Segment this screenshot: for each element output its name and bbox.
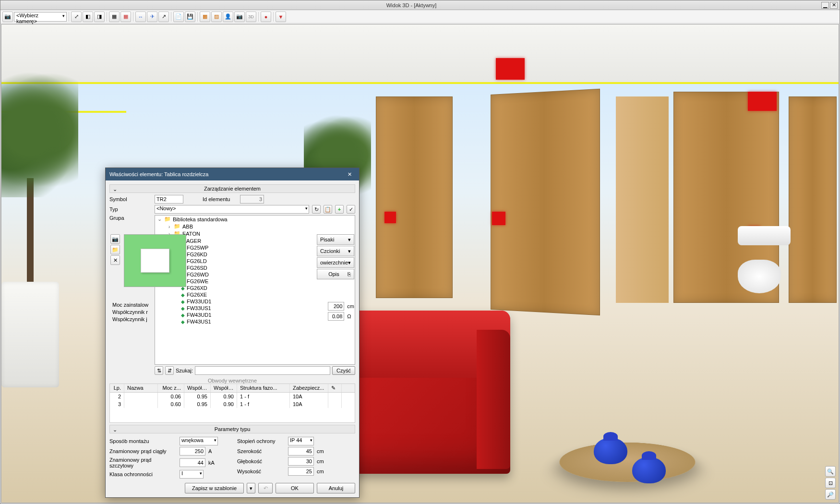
powierzchnie-button[interactable]: owierzchnie▾ [317, 257, 354, 268]
tb-btn-14[interactable]: 📷 [234, 12, 245, 22]
type-edit-button[interactable]: 📋 [324, 205, 332, 214]
table-row[interactable]: 2 0.06 0.95 0.90 1 - f 10A [110, 393, 355, 400]
col-lp[interactable]: Lp. [110, 384, 124, 392]
tree-item[interactable]: ◆FW33UD1 [155, 298, 355, 305]
separator [133, 12, 133, 22]
collapse-icon[interactable]: ⌄ [112, 186, 118, 192]
col-nazwa[interactable]: Nazwa [124, 384, 158, 392]
col-edit[interactable]: ✎ [328, 384, 342, 392]
tb-btn-3[interactable]: ◨ [94, 12, 105, 22]
gleb-input[interactable] [288, 457, 314, 466]
tree-item[interactable]: ◆FG26XE [155, 291, 355, 298]
ok-button[interactable]: OK [276, 483, 314, 493]
type-refresh-button[interactable]: ↻ [312, 205, 321, 214]
tb-btn-5[interactable]: ▦ [120, 12, 131, 22]
tree-folder-abb[interactable]: ›📁ABB [155, 223, 355, 230]
ohm-input[interactable] [328, 312, 344, 321]
section-manage-header[interactable]: ⌄ Zarządzanie elementem [109, 184, 355, 193]
tree-item-label: FG26XD [187, 285, 207, 291]
stopien-combo[interactable]: IP 44 [288, 437, 314, 445]
grid-header: Lp. Nazwa Moc z... Współc... Współc... S… [110, 384, 355, 393]
cancel-button[interactable]: Anuluj [317, 483, 355, 493]
tree-item-label: FG25WP [187, 245, 208, 251]
col-wsp2[interactable]: Współc... [211, 384, 237, 392]
prad-s-input[interactable] [180, 458, 205, 467]
circuits-grid: Lp. Nazwa Moc z... Współc... Współc... S… [109, 384, 355, 423]
section-params-header[interactable]: ⌄ Parametry typu [109, 425, 355, 433]
wys-input[interactable] [288, 467, 314, 476]
tb-btn-9[interactable]: 📄 [173, 12, 184, 22]
type-combo[interactable]: <Nowy> [155, 205, 309, 214]
sposob-combo[interactable]: wnękowa [180, 437, 218, 445]
tb-btn-15[interactable]: 3D [246, 12, 256, 22]
tree-filter-button-2[interactable]: ⇵ [165, 366, 174, 375]
zoom-fit-button[interactable]: ⊡ [825, 478, 836, 488]
undo-button[interactable]: ↶ [258, 483, 273, 493]
tree-item[interactable]: ◆FW43US1 [155, 318, 355, 325]
tree-item-label: FW43UD1 [187, 312, 211, 318]
separator [197, 12, 198, 22]
search-label: Szukaj: [176, 368, 193, 373]
tb-btn-17[interactable]: ▼ [276, 12, 286, 22]
type-check-button[interactable]: ✓ [347, 205, 355, 214]
col-wsp1[interactable]: Współc... [184, 384, 211, 392]
tree-root[interactable]: ⌄📁Biblioteka standardowa [155, 216, 355, 223]
unit: cm [317, 458, 324, 464]
tb-btn-1[interactable]: ⤢ [71, 12, 82, 22]
tree-item[interactable]: ◆FW43UD1 [155, 312, 355, 318]
tb-btn-11[interactable]: ▩ [200, 12, 210, 22]
side-folder-icon[interactable]: 📁 [110, 245, 120, 254]
symbol-input[interactable] [155, 195, 183, 204]
tree-item[interactable]: ◆FW33US1 [155, 305, 355, 312]
save-template-button[interactable]: Zapisz w szablonie [185, 483, 244, 493]
zoom-out-button[interactable]: 🔎 [825, 489, 836, 500]
opis-button[interactable]: Opis⎘ [317, 269, 354, 279]
element-preview [124, 234, 186, 287]
chair [1, 282, 59, 387]
table-row[interactable]: 3 0.60 0.95 0.90 1 - f 10A [110, 400, 355, 408]
tb-btn-13[interactable]: 👤 [223, 12, 233, 22]
tree-item-label: FW43US1 [187, 319, 211, 324]
tb-btn-7[interactable]: ✈ [147, 12, 157, 22]
col-struktura[interactable]: Struktura fazo... [237, 384, 290, 392]
clear-search-button[interactable]: Czyść [332, 366, 355, 375]
dialog-titlebar[interactable]: Właściwości elementu: Tablica rozdzielcz… [106, 168, 359, 180]
tb-btn-16[interactable]: ● [261, 12, 271, 22]
prad-c-input[interactable] [180, 447, 205, 456]
szer-input[interactable] [288, 447, 314, 456]
col-moc[interactable]: Moc z... [158, 384, 184, 392]
zoom-in-button[interactable]: 🔍 [825, 466, 836, 477]
collapse-icon[interactable]: ⌄ [112, 427, 118, 433]
tree-item-label: FG26KD [187, 252, 207, 257]
fire-alarm [496, 58, 525, 80]
tb-btn-12[interactable]: ▨ [211, 12, 222, 22]
tree-filter-button-1[interactable]: ⇅ [155, 366, 163, 375]
dropdown-icon: ▾ [348, 237, 351, 243]
type-add-button[interactable]: + [335, 205, 344, 214]
dialog-close-button[interactable]: ✕ [344, 169, 355, 179]
dialog-body: ⌄ Zarządzanie elementem Symbol Id elemen… [106, 180, 359, 497]
close-button[interactable]: ✕ [830, 2, 838, 9]
side-delete-icon[interactable]: ✕ [110, 255, 120, 265]
fire-alarm [748, 92, 777, 111]
tb-btn-8[interactable]: ↗ [158, 12, 169, 22]
col-zabezp[interactable]: Zabezpiecz... [290, 384, 328, 392]
pisaki-button[interactable]: Pisaki▾ [317, 234, 354, 245]
tb-btn-10[interactable]: 💾 [185, 12, 195, 22]
klasa-label: Klasa ochronności [109, 471, 177, 477]
tree-item-label: FG26WD [187, 272, 209, 277]
klasa-combo[interactable]: I [180, 470, 204, 479]
switch-red [384, 212, 396, 223]
tb-btn-6[interactable]: ↔ [135, 12, 146, 22]
search-input[interactable] [195, 366, 330, 375]
side-camera-icon[interactable]: 📷 [110, 234, 120, 244]
tb-btn-2[interactable]: ◧ [83, 12, 93, 22]
camera-select[interactable]: <Wybierz kamerę> [14, 12, 67, 22]
tb-camera-icon[interactable]: 📷 [2, 12, 13, 22]
minimize-button[interactable]: ▁ [821, 2, 829, 9]
czcionki-button[interactable]: Czcionki▾ [317, 246, 354, 256]
height-input[interactable] [328, 302, 344, 311]
separator [69, 12, 69, 22]
tb-btn-4[interactable]: ▦ [109, 12, 120, 22]
save-template-dropdown[interactable]: ▾ [247, 483, 255, 493]
